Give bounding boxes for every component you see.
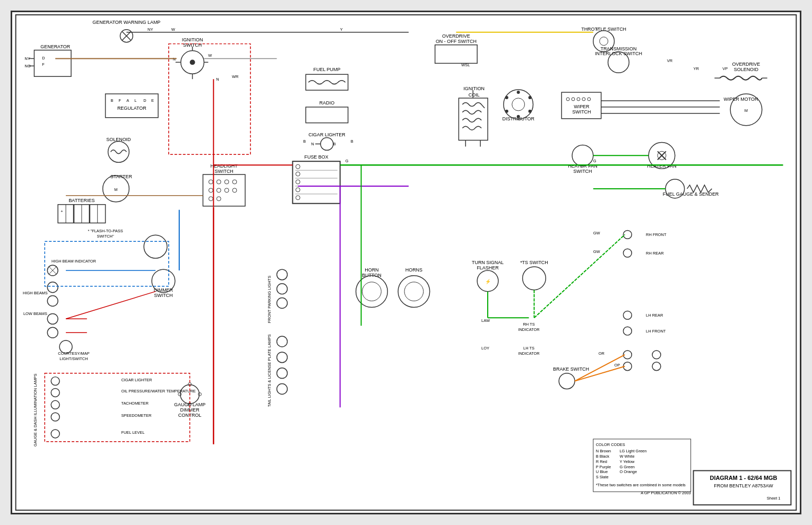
overdrive-switch-label: OVERDRIVE [442, 33, 470, 39]
rh-ts-indicator-label: RH TS [523, 322, 534, 327]
wiring-diagram: GENERATOR WARNING LAMP GENERATOR D F NY … [11, 11, 801, 514]
svg-text:B   Black: B Black [596, 454, 609, 459]
gauge-dash-label: GAUGE & DASH ILLUMINATION LAMPS [33, 373, 38, 447]
svg-text:WSL: WSL [461, 63, 470, 67]
flash-pass-label: * "FLASH-TO-PASS [88, 229, 123, 233]
svg-text:OR: OR [599, 351, 605, 356]
svg-text:SWITCH: SWITCH [572, 109, 591, 115]
svg-text:F: F [118, 98, 121, 103]
high-beams-label: HIGH BEAMS [23, 291, 48, 295]
radio-label: RADIO [319, 100, 334, 106]
lh-front-label: LH FRONT [646, 329, 666, 334]
brake-switch-label: BRAKE SWITCH [553, 366, 589, 372]
svg-text:W   White: W White [619, 454, 634, 459]
fuse-box-label: FUSE BOX [304, 154, 328, 160]
turn-signal-flasher-label: TURN SIGNAL [472, 260, 504, 265]
svg-text:N: N [216, 77, 219, 82]
diagram-title: DIAGRAM 1 - 62/64 MGB [710, 475, 778, 481]
high-beam-indicator-label: HIGH BEAM INDICATOR [51, 259, 97, 264]
svg-text:+: + [61, 209, 63, 214]
overdrive-solenoid-label: OVERDRIVE [732, 62, 761, 67]
svg-text:GW: GW [593, 231, 600, 235]
svg-text:G: G [345, 159, 349, 163]
ignition-coil-label: IGNITION [463, 86, 485, 91]
batteries-label: BATTERIES [68, 198, 94, 203]
headlight-switch-label: HEADLIGHT [211, 163, 238, 169]
svg-text:G: G [593, 159, 597, 163]
svg-point-14 [190, 59, 195, 65]
svg-text:S   Slate: S Slate [596, 475, 609, 479]
svg-text:P   Purple: P Purple [596, 465, 611, 469]
svg-text:B: B [111, 98, 114, 103]
svg-point-114 [505, 96, 508, 99]
svg-text:D: D [42, 56, 45, 60]
svg-text:WR: WR [232, 74, 239, 79]
svg-text:⚡: ⚡ [485, 278, 491, 285]
generator-label: GENERATOR [40, 44, 70, 49]
svg-text:R   Red: R Red [596, 459, 607, 464]
ts-switch-label: *TS SWITCH [520, 260, 548, 265]
front-parking-lights-label: FRONT PARKING LIGHTS [267, 276, 272, 323]
svg-text:O   Orange: O Orange [619, 469, 637, 474]
svg-text:VP: VP [722, 66, 728, 71]
svg-text:FLASHER: FLASHER [477, 265, 499, 270]
diagram-subtitle: FROM BENTLEY A8753AW [714, 483, 773, 488]
tail-lights-label: TAIL LIGHTS & LICENSE PLATE LAMPS [267, 334, 272, 407]
svg-point-111 [529, 110, 532, 113]
oil-temp-label: OIL PRESSURE/WATER TEMPERATURE [121, 389, 195, 393]
svg-text:LOY: LOY [481, 346, 489, 351]
svg-text:B: B [351, 139, 353, 144]
svg-text:SWITCH": SWITCH" [97, 234, 114, 239]
svg-text:YR: YR [694, 66, 699, 71]
svg-text:N   Brown: N Brown [596, 449, 611, 453]
svg-text:Y   Yellow: Y Yellow [619, 459, 635, 464]
svg-point-113 [505, 110, 508, 113]
transmission-interlock-label: TRANSMISSION [600, 46, 636, 51]
tachometer-label: TACHOMETER [121, 401, 149, 406]
svg-text:*These two switches are combin: *These two switches are combined in some… [596, 483, 686, 487]
fuel-pump-label: FUEL PUMP [314, 67, 341, 72]
svg-text:Y: Y [596, 27, 599, 32]
svg-text:W: W [171, 27, 175, 32]
low-beams-label: LOW BEAMS [23, 311, 47, 316]
svg-point-109 [517, 91, 520, 94]
svg-text:M: M [745, 108, 748, 113]
svg-text:ON - OFF SWITCH: ON - OFF SWITCH [436, 39, 477, 44]
svg-text:B: B [333, 142, 336, 146]
ignition-switch-label: IGNITION [182, 37, 203, 42]
generator-warning-lamp-label: GENERATOR WARNING LAMP [92, 20, 160, 25]
wiper-switch-label: WIPER [574, 104, 590, 109]
fuel-level-label: FUEL LEVEL [121, 430, 144, 435]
svg-text:SWITCH: SWITCH [215, 169, 234, 174]
rh-rear-label: RH REAR [646, 251, 664, 256]
svg-text:W: W [208, 53, 212, 58]
svg-text:INDICATOR: INDICATOR [518, 351, 540, 356]
lh-rear-label: LH REAR [646, 313, 663, 318]
svg-text:NY: NY [25, 56, 30, 61]
svg-text:COIL: COIL [469, 92, 480, 98]
fuel-gauge-label: FUEL GAUGE & SENDER [663, 191, 719, 197]
svg-text:LIGHT/SWITCH: LIGHT/SWITCH [59, 356, 88, 361]
horns-label: HORNS [405, 267, 422, 273]
svg-text:SWITCH: SWITCH [573, 169, 592, 174]
svg-rect-0 [13, 12, 799, 513]
svg-text:VR: VR [667, 58, 673, 63]
regulator-label: REGULATOR [117, 106, 146, 111]
svg-text:N: N [311, 142, 314, 146]
svg-text:NY: NY [148, 27, 153, 32]
svg-text:INDICATOR: INDICATOR [518, 327, 540, 332]
svg-text:Y: Y [340, 27, 343, 32]
svg-text:M: M [114, 187, 117, 192]
svg-text:D: D [143, 98, 146, 103]
wiper-motor-label: WIPER MOTOR [724, 97, 758, 102]
svg-text:F: F [42, 62, 45, 67]
svg-text:N: N [172, 57, 175, 62]
svg-text:G   Green: G Green [619, 465, 635, 469]
svg-text:LAW: LAW [481, 318, 490, 323]
svg-point-110 [529, 96, 532, 99]
rh-front-label: RH FRONT [646, 232, 667, 237]
cigar-lighter-gauge-label: CIGAR LIGHTER [121, 378, 152, 382]
speedometer-label: SPEEDOMETER [121, 413, 152, 418]
svg-text:GW: GW [593, 249, 600, 254]
svg-text:SWITCH: SWITCH [154, 293, 172, 298]
